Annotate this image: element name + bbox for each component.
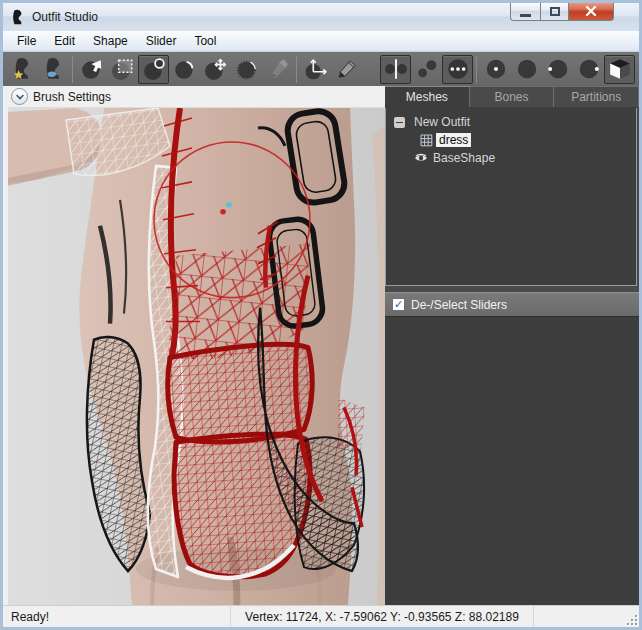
toolbar-button-circle-dot-center[interactable]	[480, 55, 511, 84]
viewport-scene	[8, 108, 385, 605]
toolbar-button-move-brush[interactable]	[200, 55, 231, 84]
toolbar-button-circle-plain[interactable]	[511, 55, 542, 84]
toolbar-button-connected-vertices[interactable]	[411, 55, 442, 84]
brush-settings-expand-button[interactable]	[11, 88, 28, 105]
select-sliders-checkbox[interactable]: ✓	[392, 298, 405, 311]
toolbar-button-textured-cube[interactable]	[604, 55, 635, 84]
right-panel: Meshes Bones Partitions New Outfit dr	[385, 86, 639, 605]
tree-row-new-outfit[interactable]: New Outfit	[390, 113, 632, 131]
toolbar-button-x-mirror-toggle[interactable]	[380, 55, 411, 84]
minimize-icon	[520, 14, 531, 17]
toolbar-button-weight-brush[interactable]	[262, 55, 293, 84]
circle-dot-center-icon	[484, 57, 508, 81]
toolbar	[3, 52, 639, 86]
toolbar-separator	[72, 56, 73, 83]
brush-settings-header: Brush Settings	[8, 86, 385, 108]
tree-item-dress-label: dress	[436, 133, 471, 147]
status-vertex-info: Vertex: 11724, X: -7.59062 Y: -0.93565 Z…	[231, 606, 534, 627]
resize-grip[interactable]	[627, 615, 637, 625]
pencil-tool-icon	[335, 57, 359, 81]
toolbar-button-smooth-brush[interactable]	[231, 55, 262, 84]
viewport-3d[interactable]	[8, 108, 385, 605]
menu-item-tool[interactable]: Tool	[185, 32, 225, 50]
chevron-down-icon	[14, 91, 26, 103]
move-brush-icon	[204, 57, 228, 81]
status-ready: Ready!	[3, 606, 231, 627]
close-button[interactable]	[568, 2, 614, 21]
maximize-button[interactable]	[540, 2, 568, 21]
sliders-header-label: De-/Select Sliders	[411, 298, 507, 312]
toolbar-button-circle-dot-right[interactable]	[573, 55, 604, 84]
menubar: File Edit Shape Slider Tool	[3, 31, 639, 52]
caption-buttons	[510, 2, 614, 21]
tab-partitions[interactable]: Partitions	[554, 86, 639, 107]
sliders-header-bar: ✓ De-/Select Sliders	[385, 292, 639, 317]
new-project-icon	[11, 57, 35, 81]
cube-icon	[608, 57, 632, 81]
titlebar[interactable]: Outfit Studio	[3, 3, 639, 31]
toolbar-button-transform-tool[interactable]	[300, 55, 331, 84]
inflate-brush-icon	[142, 57, 166, 81]
menu-item-edit[interactable]: Edit	[45, 32, 84, 50]
grid-mesh-icon	[420, 134, 433, 147]
mask-brush-icon	[111, 57, 135, 81]
select-brush-icon	[80, 57, 104, 81]
toolbar-separator	[476, 56, 477, 83]
smooth-brush-icon	[235, 57, 259, 81]
toolbar-separator	[296, 56, 297, 83]
tab-meshes[interactable]: Meshes	[385, 86, 470, 107]
toolbar-button-circle-dot-left[interactable]	[542, 55, 573, 84]
slider-list[interactable]	[385, 317, 639, 605]
menu-item-slider[interactable]: Slider	[137, 32, 186, 50]
tree-item-baseshape-label: BaseShape	[430, 151, 498, 165]
tree-row-dress[interactable]: dress	[390, 131, 632, 149]
secondary-cursor-dot	[226, 202, 232, 208]
toolbar-button-pencil-tool[interactable]	[331, 55, 362, 84]
left-column: Brush Settings	[3, 86, 385, 605]
menu-item-shape[interactable]: Shape	[84, 32, 137, 50]
panel-tabs: Meshes Bones Partitions	[385, 86, 639, 108]
toolbar-button-select-brush[interactable]	[76, 55, 107, 84]
toolbar-button-new-project[interactable]	[7, 55, 38, 84]
x-mirror-icon	[384, 57, 408, 81]
toolbar-button-global-brush-dots[interactable]	[442, 55, 473, 84]
circle-plain-icon	[515, 57, 539, 81]
connected-vertices-icon	[415, 57, 439, 81]
outfit-studio-window: Outfit Studio File Edit Shape Slider Too…	[0, 0, 642, 630]
toolbar-button-inflate-brush[interactable]	[138, 55, 169, 84]
load-project-icon	[42, 57, 66, 81]
tree-root-label: New Outfit	[411, 115, 473, 129]
circle-dot-right-icon	[577, 57, 601, 81]
app-icon	[10, 9, 26, 25]
weight-brush-icon	[266, 57, 290, 81]
eye-icon	[414, 152, 427, 165]
minimize-button[interactable]	[510, 2, 540, 21]
maximize-icon	[550, 7, 560, 16]
cursor-dot	[220, 209, 226, 215]
three-dots-circle-icon	[446, 57, 470, 81]
toolbar-button-mask-brush[interactable]	[107, 55, 138, 84]
close-icon	[585, 5, 597, 17]
circle-dot-left-icon	[546, 57, 570, 81]
tree-row-baseshape[interactable]: BaseShape	[390, 149, 632, 167]
mesh-tree: New Outfit dress	[385, 108, 637, 286]
main-content: Brush Settings	[3, 86, 639, 605]
collapse-icon[interactable]	[394, 117, 405, 128]
toolbar-button-deflate-brush[interactable]	[169, 55, 200, 84]
deflate-brush-icon	[173, 57, 197, 81]
toolbar-button-load-project[interactable]	[38, 55, 69, 84]
statusbar: Ready! Vertex: 11724, X: -7.59062 Y: -0.…	[3, 605, 639, 627]
status-extra	[534, 606, 639, 627]
tab-bones[interactable]: Bones	[470, 86, 555, 107]
window-title: Outfit Studio	[32, 10, 98, 24]
transform-tool-icon	[304, 57, 328, 81]
brush-settings-label: Brush Settings	[33, 90, 111, 104]
menu-item-file[interactable]: File	[8, 32, 45, 50]
